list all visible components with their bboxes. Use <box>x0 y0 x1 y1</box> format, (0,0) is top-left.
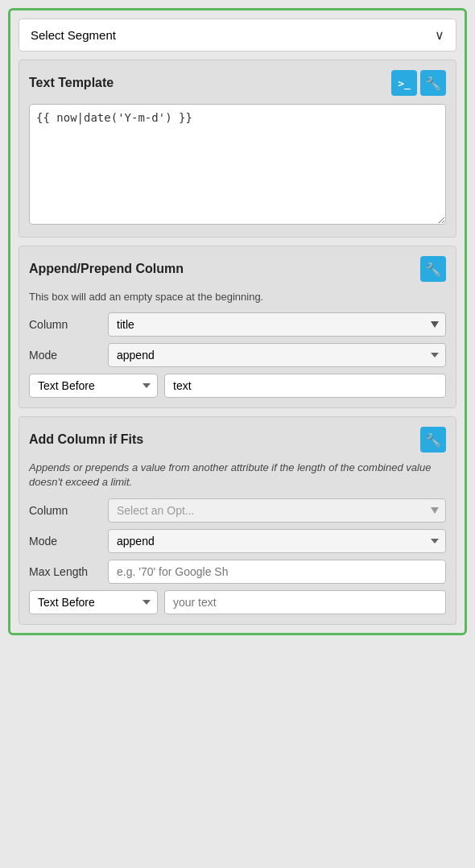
wrench-icon: 🔧 <box>425 76 441 91</box>
fits-maxlength-input[interactable] <box>108 560 446 584</box>
mode-label: Mode <box>29 349 101 362</box>
fits-text-before-row: Text Before Text After <box>29 590 446 614</box>
add-column-fits-buttons: 🔧 <box>420 427 446 453</box>
append-prepend-header: Append/Prepend Column 🔧 <box>29 256 446 282</box>
append-prepend-buttons: 🔧 <box>420 256 446 282</box>
fits-column-label: Column <box>29 504 101 517</box>
append-prepend-title: Append/Prepend Column <box>29 262 184 276</box>
main-wrapper: Select Segment ∨ Text Template >_ 🔧 {{ n… <box>8 8 467 635</box>
append-prepend-wrench-button[interactable]: 🔧 <box>420 256 446 282</box>
select-segment-dropdown[interactable]: Select Segment ∨ <box>19 19 456 52</box>
mode-select[interactable]: append prepend <box>108 343 446 367</box>
text-before-input[interactable] <box>164 374 446 398</box>
fits-your-text-input[interactable] <box>164 590 446 614</box>
append-prepend-section: Append/Prepend Column 🔧 This box will ad… <box>19 246 456 408</box>
fits-text-before-select[interactable]: Text Before Text After <box>29 590 158 614</box>
text-template-section: Text Template >_ 🔧 {{ now|date('Y-m-d') … <box>19 60 456 238</box>
select-segment-label: Select Segment <box>31 28 116 42</box>
text-template-header: Text Template >_ 🔧 <box>29 70 446 96</box>
add-column-fits-title: Add Column if Fits <box>29 432 143 447</box>
fits-column-row: Column Select an Opt... <box>29 498 446 523</box>
text-template-title: Text Template <box>29 76 114 90</box>
fits-maxlength-row: Max Length <box>29 560 446 584</box>
column-label: Column <box>29 318 101 331</box>
chevron-down-icon: ∨ <box>435 27 444 43</box>
column-select[interactable]: title <box>108 312 446 337</box>
template-textarea[interactable]: {{ now|date('Y-m-d') }} <box>29 104 446 225</box>
add-column-fits-header: Add Column if Fits 🔧 <box>29 427 446 453</box>
text-template-buttons: >_ 🔧 <box>391 70 446 96</box>
column-row: Column title <box>29 312 446 337</box>
fits-column-select[interactable]: Select an Opt... <box>108 498 446 523</box>
add-column-fits-description: Appends or prepends a value from another… <box>29 461 446 490</box>
add-column-fits-wrench-button[interactable]: 🔧 <box>420 427 446 453</box>
wrench-icon-3: 🔧 <box>425 432 441 448</box>
text-before-row: Text Before Text After <box>29 374 446 398</box>
add-column-fits-section: Add Column if Fits 🔧 Appends or prepends… <box>19 416 456 624</box>
fits-maxlength-label: Max Length <box>29 565 101 578</box>
mode-row: Mode append prepend <box>29 343 446 367</box>
terminal-icon: >_ <box>398 77 411 89</box>
fits-mode-label: Mode <box>29 535 101 548</box>
append-prepend-description: This box will add an empty space at the … <box>29 290 446 304</box>
terminal-button[interactable]: >_ <box>391 70 417 96</box>
text-before-select[interactable]: Text Before Text After <box>29 374 158 398</box>
fits-mode-row: Mode append prepend <box>29 529 446 553</box>
wrench-icon-2: 🔧 <box>425 262 441 277</box>
fits-mode-select[interactable]: append prepend <box>108 529 446 553</box>
wrench-button[interactable]: 🔧 <box>420 70 446 96</box>
